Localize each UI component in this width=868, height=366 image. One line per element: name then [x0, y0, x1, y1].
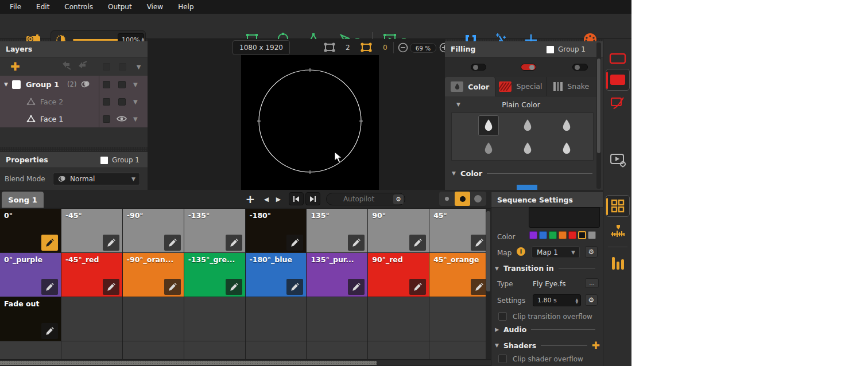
color-swatch-2[interactable] [539, 231, 547, 239]
shaders-expander-icon[interactable]: ▼ [495, 342, 499, 348]
color-gradient-preview[interactable] [517, 185, 537, 190]
skip-start-button[interactable] [289, 192, 304, 205]
group-color-chip[interactable] [12, 80, 21, 89]
grid-cell-empty[interactable] [307, 341, 368, 359]
grid-cell-empty[interactable] [61, 297, 123, 341]
edit-pencil-button[interactable] [348, 279, 365, 295]
grid-cell[interactable]: -180° [246, 209, 307, 252]
timeline-view-button[interactable] [607, 221, 628, 241]
snake-enable-toggle[interactable] [572, 64, 588, 71]
mode-active-button[interactable] [455, 192, 470, 206]
edit-pencil-button[interactable] [286, 235, 303, 251]
edit-pencil-button[interactable] [41, 279, 58, 295]
group-visibility-toggle[interactable] [118, 81, 126, 88]
menu-item-help[interactable]: Help [170, 0, 201, 14]
grid-cell-empty[interactable] [61, 341, 123, 359]
screen-draw-button[interactable] [607, 95, 628, 111]
face-1-solo-toggle[interactable] [103, 115, 110, 123]
face-1-row-caret[interactable]: ▼ [133, 116, 138, 122]
menu-item-edit[interactable]: Edit [29, 0, 57, 14]
color-enable-toggle[interactable] [471, 64, 486, 71]
layer-row-group-1[interactable]: ▼ Group 1 (2) ▼ [0, 76, 148, 93]
edit-pencil-button[interactable] [471, 279, 487, 295]
prev-scene-button[interactable]: ◀ [261, 193, 272, 205]
edit-pencil-button[interactable] [164, 235, 181, 251]
add-song-button[interactable]: + [242, 191, 259, 207]
color-swatch-7[interactable] [588, 231, 596, 239]
edit-pencil-button[interactable] [103, 279, 119, 295]
grid-cell-empty[interactable] [246, 297, 307, 341]
tab-snake[interactable]: Snake [547, 77, 597, 96]
song-tab[interactable]: Song 1 [2, 192, 44, 208]
grid-cell-empty[interactable] [123, 297, 184, 341]
edit-pencil-button[interactable] [409, 279, 426, 295]
audio-expander-icon[interactable]: ▼ [494, 328, 499, 332]
grid-cell[interactable]: -135° [184, 209, 246, 252]
plain-color-expander-icon[interactable]: ▼ [456, 102, 460, 107]
mode-circle-button[interactable] [470, 192, 486, 206]
grid-cell[interactable]: -180°_blue [246, 253, 307, 297]
grid-cell-empty[interactable] [184, 341, 246, 359]
edit-pencil-button[interactable] [286, 279, 303, 295]
color-section-header[interactable]: ▼ Color [445, 168, 597, 179]
duration-spinner-arrows[interactable]: ▲▼ [575, 298, 578, 303]
edit-pencil-button[interactable] [226, 279, 242, 295]
grid-cell[interactable]: Fade out [0, 297, 61, 341]
screen-outline-button[interactable] [607, 50, 628, 67]
add-layer-button[interactable]: ✚ [10, 61, 20, 72]
map-dropdown[interactable]: Map 1 ▼ [532, 246, 580, 258]
menu-item-view[interactable]: View [140, 0, 170, 14]
face-2-solo-toggle[interactable] [103, 98, 110, 106]
clip-shader-checkbox[interactable] [498, 355, 507, 363]
face-2-row-caret[interactable]: ▼ [133, 99, 138, 105]
color-swatch-5[interactable] [568, 231, 576, 239]
move-layer-back-button[interactable] [60, 60, 73, 73]
edit-pencil-button[interactable] [348, 235, 365, 251]
edit-pencil-button[interactable] [41, 235, 58, 251]
grid-cell-empty[interactable] [0, 341, 61, 359]
sequence-name-textarea[interactable] [529, 207, 600, 228]
grid-cell[interactable]: 0° [0, 209, 61, 252]
solo-all-toggle[interactable] [103, 63, 110, 71]
clip-transition-checkbox[interactable] [498, 312, 507, 321]
grid-cell-empty[interactable] [429, 297, 491, 341]
droplet-style-2[interactable] [517, 115, 538, 136]
grid-cell-empty[interactable] [123, 341, 184, 359]
edit-pencil-button[interactable] [226, 235, 242, 251]
mode-dot-button[interactable] [439, 192, 455, 206]
blend-mode-dropdown[interactable]: Normal ▼ [53, 173, 140, 185]
grid-cell-empty[interactable] [368, 341, 429, 359]
transition-expander-icon[interactable]: ▼ [495, 266, 499, 271]
group-solo-toggle[interactable] [103, 81, 110, 88]
transition-duration-spinner[interactable]: 1.80 s ▲▼ [533, 294, 581, 306]
edit-pencil-button[interactable] [103, 235, 119, 251]
grid-cell[interactable]: -90° [123, 209, 184, 252]
grid-cell[interactable]: -135°_gre... [184, 253, 246, 297]
autopilot-settings-button[interactable]: ⚙ [393, 194, 404, 204]
grid-cell[interactable]: -90°_oran... [123, 253, 184, 297]
menu-item-output[interactable]: Output [100, 0, 140, 14]
grid-cell[interactable]: -45° [61, 209, 123, 252]
color-swatch-4[interactable] [559, 231, 567, 239]
color-swatch-3[interactable] [549, 231, 557, 239]
group-row-caret[interactable]: ▼ [133, 81, 138, 88]
grid-cell[interactable]: -45°_red [61, 253, 123, 297]
grid-cell-empty[interactable] [184, 297, 246, 341]
grid-cell[interactable]: 135° [307, 209, 368, 252]
tab-color[interactable]: Color [445, 77, 495, 96]
group-expander-icon[interactable]: ▼ [4, 81, 8, 87]
transition-in-header[interactable]: ▼ Transition in [495, 264, 600, 272]
shaders-header[interactable]: ▼ Shaders ✚ [495, 340, 600, 351]
grid-cell[interactable]: 45°_orange [429, 253, 491, 297]
layer-row-face-2[interactable]: Face 2 ▼ [0, 93, 148, 110]
map-info-icon[interactable]: i [517, 247, 525, 256]
special-enable-toggle[interactable] [521, 64, 536, 71]
zoom-out-button[interactable] [398, 42, 408, 53]
edit-pencil-button[interactable] [41, 323, 58, 339]
grid-cell-empty[interactable] [246, 341, 307, 359]
media-settings-button[interactable] [607, 151, 628, 169]
layers-options-caret[interactable]: ▼ [137, 64, 141, 70]
edit-pencil-button[interactable] [409, 235, 426, 251]
levels-view-button[interactable] [607, 252, 628, 273]
circle-shape[interactable] [241, 55, 379, 190]
